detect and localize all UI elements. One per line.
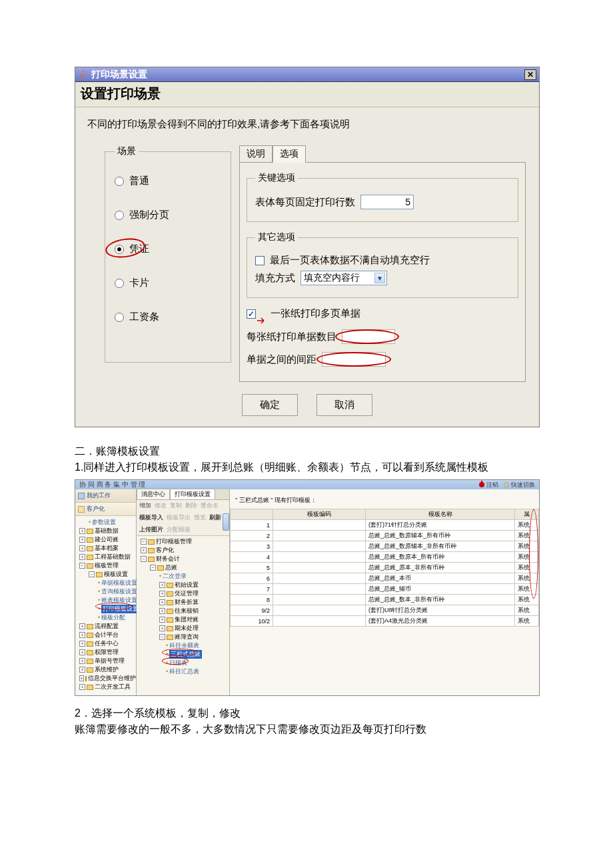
scene-option-normal[interactable]: 普通 <box>115 175 224 187</box>
expand-icon[interactable]: + <box>159 582 165 588</box>
quick-switch-button[interactable]: 快速切换 <box>504 481 535 489</box>
tree-item[interactable]: •打印模板设置 <box>77 605 135 613</box>
scrollbar-thumb[interactable] <box>223 513 229 531</box>
tree-item[interactable]: −总账 <box>138 563 228 572</box>
collapse-icon[interactable]: − <box>89 571 95 577</box>
expand-icon[interactable]: + <box>79 545 85 551</box>
toolbar-assign[interactable]: 分配模板 <box>167 525 191 534</box>
tab-message-center[interactable]: 消息中心 <box>137 489 170 499</box>
tab-description[interactable]: 说明 <box>239 145 273 162</box>
tree-item[interactable]: •参数设置 <box>77 518 135 527</box>
expand-icon[interactable]: + <box>159 625 165 631</box>
collapse-icon[interactable]: − <box>79 563 85 569</box>
expand-icon[interactable]: + <box>159 608 165 614</box>
expand-icon[interactable]: + <box>79 632 85 638</box>
col-code[interactable]: 模板编码 <box>273 509 366 520</box>
multi-page-checkbox[interactable] <box>247 309 256 319</box>
spacing-input[interactable] <box>322 352 386 367</box>
tree-item[interactable]: •三栏式总账 <box>138 650 228 659</box>
tree-item[interactable]: +建公司账 <box>77 535 135 544</box>
collapse-icon[interactable]: − <box>150 565 156 571</box>
tree-item[interactable]: +集团对账 <box>138 615 228 624</box>
table-row[interactable]: 5总账_总账_原本_非所有币种系统 <box>231 563 539 573</box>
expand-icon[interactable]: + <box>79 675 84 681</box>
scene-option-force-page[interactable]: 强制分页 <box>115 209 224 221</box>
expand-icon[interactable]: + <box>79 537 85 543</box>
tree-item[interactable]: •二次登录 <box>138 572 228 581</box>
tree-item[interactable]: +信息交换平台维护 <box>77 674 135 683</box>
logout-button[interactable]: 注销 <box>479 481 498 489</box>
tree-item[interactable]: +基础数据 <box>77 527 135 535</box>
tree-item[interactable]: +流程配置 <box>77 622 135 631</box>
tree-item[interactable]: −模板设置 <box>77 570 135 579</box>
tree-item[interactable]: +二次开发工具 <box>77 683 135 691</box>
cancel-button[interactable]: 取消 <box>316 394 372 416</box>
table-row[interactable]: 9/2(套打)U8针打总分类账系统 <box>231 605 539 616</box>
tree-item[interactable]: •科目余额表 <box>138 641 228 650</box>
toolbar-delete[interactable]: 删除 <box>185 501 197 510</box>
table-row[interactable]: 3总账_总账_数原辅本_非所有币种系统 <box>231 541 539 552</box>
toolbar-add[interactable]: 增加 <box>139 501 151 510</box>
per-sheet-input[interactable] <box>342 329 395 344</box>
tree-item[interactable]: •查询模板设置 <box>77 587 135 596</box>
scene-option-card[interactable]: 卡片 <box>115 277 224 289</box>
tree-item[interactable]: +期末处理 <box>138 624 228 633</box>
toolbar-modify[interactable]: 修改 <box>155 501 167 510</box>
tree-item[interactable]: +会计平台 <box>77 631 135 639</box>
expand-icon[interactable]: + <box>79 684 85 690</box>
dialog-titlebar[interactable]: 打印场景设置 ✕ <box>75 67 539 82</box>
expand-icon[interactable]: + <box>159 599 165 605</box>
fixed-rows-input[interactable] <box>360 195 414 209</box>
expand-icon[interactable]: + <box>141 547 147 553</box>
table-row[interactable]: 7总账_总账_辅币系统 <box>231 584 539 595</box>
toolbar-export[interactable]: 模板导出 <box>167 513 191 522</box>
tree-item[interactable]: •单据模板设置工具 <box>77 579 135 587</box>
table-row[interactable]: 10/2(套打)A4激光总分类账系统 <box>231 616 539 627</box>
tree-item[interactable]: +财务折算 <box>138 598 228 607</box>
tree-item[interactable]: •科目汇总表 <box>138 667 228 676</box>
expand-icon[interactable]: + <box>79 528 85 534</box>
expand-icon[interactable]: + <box>79 623 85 629</box>
tree-item[interactable]: +基本档案 <box>77 544 135 553</box>
tree-item[interactable]: −模板管理 <box>77 561 135 570</box>
expand-icon[interactable]: + <box>79 649 85 655</box>
tree-item[interactable]: −财务会计 <box>138 555 228 563</box>
expand-icon[interactable]: + <box>159 591 165 597</box>
tree-item[interactable]: +任务中心 <box>77 639 135 648</box>
tree-item[interactable]: +单据号管理 <box>77 657 135 665</box>
toolbar-import[interactable]: 模板导入 <box>139 513 163 522</box>
toolbar-copy[interactable]: 复制 <box>170 501 182 510</box>
checkbox-icon[interactable] <box>255 256 265 265</box>
nav-tree[interactable]: •参数设置+基础数据+建公司账+基本档案+工程基础数据−模板管理−模板设置•单据… <box>75 516 136 695</box>
col-attr[interactable]: 属 <box>515 509 539 520</box>
module-tree[interactable]: −打印模板管理+客户化−财务会计−总账•二次登录+初始设置+凭证管理+财务折算+… <box>137 536 229 676</box>
expand-icon[interactable]: + <box>159 617 165 623</box>
table-row[interactable]: 6总账_总账_本币系统 <box>231 573 539 584</box>
tree-item[interactable]: +权限管理 <box>77 648 135 657</box>
col-name[interactable]: 模板名称 <box>366 509 515 520</box>
nav-header-customer[interactable]: 客户化 <box>75 503 136 516</box>
toolbar-preview[interactable]: 预览 <box>194 513 206 522</box>
tab-options[interactable]: 选项 <box>273 145 306 162</box>
nav-header-mywork[interactable]: 我的工作 <box>75 489 136 503</box>
tab-print-template[interactable]: 打印模板设置 <box>170 489 215 499</box>
collapse-icon[interactable]: − <box>141 556 147 562</box>
tree-item[interactable]: −打印模板管理 <box>138 537 228 546</box>
close-icon[interactable]: ✕ <box>524 69 536 80</box>
expand-icon[interactable]: + <box>79 554 85 560</box>
expand-icon[interactable]: + <box>79 641 85 647</box>
tree-item[interactable]: +往来核销 <box>138 607 228 615</box>
collapse-icon[interactable]: − <box>141 539 147 545</box>
tree-item[interactable]: +客户化 <box>138 546 228 555</box>
table-row[interactable]: 1(套打)71针打总分类账系统 <box>231 520 539 531</box>
ok-button[interactable]: 确定 <box>242 394 298 416</box>
tree-item[interactable]: •账表模板设置 <box>77 596 135 605</box>
tree-item[interactable]: •日报表 <box>138 659 228 667</box>
collapse-icon[interactable]: − <box>159 634 165 640</box>
tree-item[interactable]: +系统维护 <box>77 665 135 674</box>
tree-item[interactable]: +初始设置 <box>138 581 228 589</box>
table-row[interactable]: 2总账_总账_数原辅本_所有币种系统 <box>231 531 539 541</box>
tree-item[interactable]: •模板分配 <box>77 613 135 622</box>
tree-item[interactable]: +凭证管理 <box>138 589 228 598</box>
scene-option-voucher[interactable]: 凭证 <box>115 243 224 255</box>
